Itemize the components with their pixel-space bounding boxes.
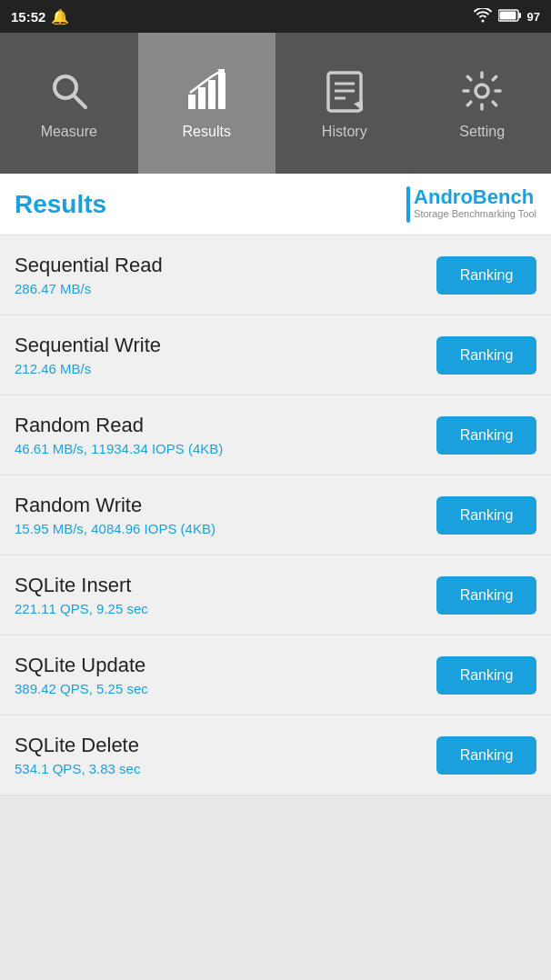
result-info: Random Write 15.95 MB/s, 4084.96 IOPS (4…	[15, 494, 215, 536]
nav-tabs: Measure Results History	[0, 33, 551, 174]
svg-line-4	[74, 95, 85, 107]
measure-icon	[45, 67, 93, 115]
ranking-button-sqlite-delete[interactable]: Ranking	[436, 736, 536, 775]
logo-andro: Andro	[414, 185, 473, 208]
result-value: 15.95 MB/s, 4084.96 IOPS (4KB)	[15, 521, 215, 536]
tab-history-label: History	[322, 124, 367, 140]
result-item-sqlite-update: SQLite Update 389.42 QPS, 5.25 sec Ranki…	[0, 635, 551, 715]
logo-bench: Bench	[473, 185, 534, 208]
logo-main-text: AndroBench	[414, 187, 534, 207]
result-name: Random Write	[15, 494, 215, 517]
result-info: Random Read 46.61 MB/s, 11934.34 IOPS (4…	[15, 414, 223, 456]
result-name: SQLite Delete	[15, 734, 140, 757]
result-item-sqlite-delete: SQLite Delete 534.1 QPS, 3.83 sec Rankin…	[0, 715, 551, 795]
tab-history[interactable]: History	[276, 33, 414, 174]
page-title: Results	[15, 190, 106, 219]
result-name: SQLite Insert	[15, 574, 148, 597]
svg-rect-8	[218, 73, 225, 109]
notification-icon: 🔔	[51, 8, 69, 25]
results-list: Sequential Read 286.47 MB/s Ranking Sequ…	[0, 235, 551, 795]
ranking-button-sequential-write[interactable]: Ranking	[436, 336, 536, 375]
result-name: Sequential Write	[15, 334, 161, 357]
svg-rect-2	[499, 11, 516, 19]
svg-point-15	[476, 85, 488, 97]
result-item-sqlite-insert: SQLite Insert 221.11 QPS, 9.25 sec Ranki…	[0, 555, 551, 635]
result-value: 534.1 QPS, 3.83 sec	[15, 761, 140, 776]
logo-bar	[406, 186, 410, 223]
results-icon	[183, 67, 230, 115]
tab-measure-label: Measure	[41, 124, 97, 140]
result-info: Sequential Read 286.47 MB/s	[15, 254, 163, 296]
result-value: 286.47 MB/s	[15, 281, 163, 296]
tab-setting-label: Setting	[459, 124, 505, 140]
tab-results[interactable]: Results	[138, 33, 276, 174]
ranking-button-sqlite-insert[interactable]: Ranking	[436, 576, 536, 615]
result-info: Sequential Write 212.46 MB/s	[15, 334, 161, 376]
result-item-sequential-write: Sequential Write 212.46 MB/s Ranking	[0, 315, 551, 395]
ranking-button-random-write[interactable]: Ranking	[436, 496, 536, 535]
ranking-button-sqlite-update[interactable]: Ranking	[436, 656, 536, 695]
result-info: SQLite Update 389.42 QPS, 5.25 sec	[15, 654, 148, 696]
wifi-icon	[473, 8, 493, 25]
status-time: 15:52	[11, 9, 45, 25]
svg-rect-1	[518, 13, 521, 18]
result-item-sequential-read: Sequential Read 286.47 MB/s Ranking	[0, 235, 551, 315]
result-item-random-write: Random Write 15.95 MB/s, 4084.96 IOPS (4…	[0, 475, 551, 555]
logo-text: AndroBench Storage Benchmarking Tool	[414, 187, 536, 221]
result-value: 221.11 QPS, 9.25 sec	[15, 601, 148, 616]
tab-setting[interactable]: Setting	[414, 33, 552, 174]
svg-rect-6	[198, 87, 205, 109]
battery-percent: 97	[527, 10, 540, 24]
status-bar: 15:52 🔔 97	[0, 0, 551, 33]
result-info: SQLite Insert 221.11 QPS, 9.25 sec	[15, 574, 148, 616]
result-item-random-read: Random Read 46.61 MB/s, 11934.34 IOPS (4…	[0, 395, 551, 475]
ranking-button-sequential-read[interactable]: Ranking	[436, 256, 536, 295]
svg-rect-7	[208, 80, 215, 109]
setting-icon	[458, 67, 506, 115]
result-name: SQLite Update	[15, 654, 148, 677]
result-info: SQLite Delete 534.1 QPS, 3.83 sec	[15, 734, 140, 776]
result-value: 389.42 QPS, 5.25 sec	[15, 681, 148, 696]
result-value: 46.61 MB/s, 11934.34 IOPS (4KB)	[15, 441, 223, 456]
ranking-button-random-read[interactable]: Ranking	[436, 416, 536, 455]
androbench-logo: AndroBench Storage Benchmarking Tool	[406, 186, 536, 223]
result-name: Sequential Read	[15, 254, 163, 277]
svg-rect-5	[188, 95, 195, 109]
logo-subtitle: Storage Benchmarking Tool	[414, 207, 536, 221]
tab-results-label: Results	[183, 124, 231, 140]
results-header: Results AndroBench Storage Benchmarking …	[0, 174, 551, 235]
tab-measure[interactable]: Measure	[0, 33, 138, 174]
svg-marker-14	[354, 100, 363, 111]
result-value: 212.46 MB/s	[15, 361, 161, 376]
history-icon	[321, 67, 368, 115]
battery-icon	[498, 9, 522, 25]
result-name: Random Read	[15, 414, 223, 437]
